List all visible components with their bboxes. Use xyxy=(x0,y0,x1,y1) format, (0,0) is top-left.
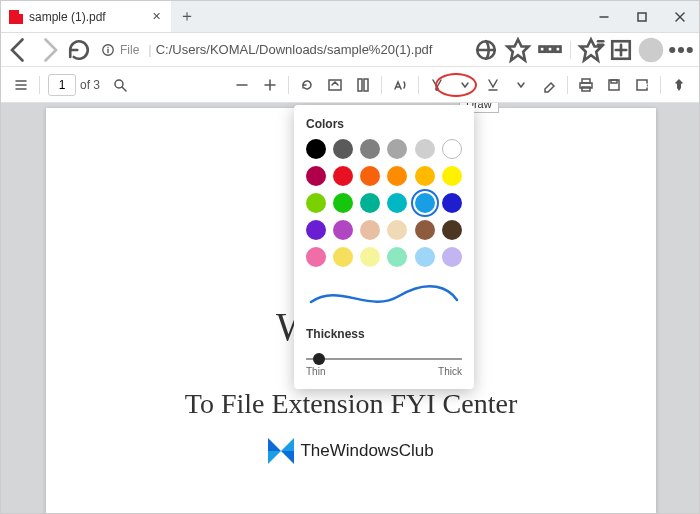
svg-line-27 xyxy=(122,87,126,91)
svg-rect-10 xyxy=(540,46,545,51)
page-number-input[interactable] xyxy=(48,74,76,96)
profile-button[interactable] xyxy=(637,36,665,64)
highlight-button[interactable] xyxy=(479,71,507,99)
overflow-button[interactable] xyxy=(536,36,564,64)
save-button[interactable] xyxy=(600,71,628,99)
svg-point-21 xyxy=(679,48,683,52)
color-swatch[interactable] xyxy=(306,247,326,267)
find-button[interactable] xyxy=(106,71,134,99)
svg-rect-12 xyxy=(555,46,560,51)
color-swatch[interactable] xyxy=(387,247,407,267)
new-tab-button[interactable]: ＋ xyxy=(171,1,203,32)
zoom-in-button[interactable] xyxy=(256,71,284,99)
watermark-logo-icon xyxy=(268,438,294,464)
pdf-toolbar: of 3 xyxy=(1,67,699,103)
color-swatch[interactable] xyxy=(442,220,462,240)
address-bar: File | C:/Users/KOMAL/Downloads/sample%2… xyxy=(1,33,699,67)
back-button[interactable] xyxy=(5,36,33,64)
stroke-preview xyxy=(306,279,462,319)
svg-rect-33 xyxy=(364,79,368,91)
color-swatch[interactable] xyxy=(360,193,380,213)
color-swatch[interactable] xyxy=(333,220,353,240)
svg-point-19 xyxy=(639,37,664,62)
svg-rect-11 xyxy=(547,46,552,51)
color-swatch[interactable] xyxy=(442,166,462,186)
tab-title: sample (1).pdf xyxy=(29,10,143,24)
color-swatch[interactable] xyxy=(360,139,380,159)
color-swatch[interactable] xyxy=(387,166,407,186)
title-bar: sample (1).pdf ✕ ＋ xyxy=(1,1,699,33)
highlight-menu-chevron[interactable] xyxy=(507,71,535,99)
color-swatch[interactable] xyxy=(387,220,407,240)
window-minimize-button[interactable] xyxy=(585,1,623,32)
menu-button[interactable] xyxy=(667,36,695,64)
draw-menu-chevron[interactable] xyxy=(451,71,479,99)
svg-rect-1 xyxy=(638,13,646,21)
color-swatch[interactable] xyxy=(387,139,407,159)
svg-rect-40 xyxy=(611,80,617,83)
print-button[interactable] xyxy=(572,71,600,99)
svg-point-34 xyxy=(436,87,438,89)
color-swatch[interactable] xyxy=(387,193,407,213)
color-swatch[interactable] xyxy=(306,166,326,186)
color-swatch[interactable] xyxy=(415,247,435,267)
color-swatch[interactable] xyxy=(415,139,435,159)
erase-button[interactable] xyxy=(535,71,563,99)
color-swatch[interactable] xyxy=(333,193,353,213)
color-swatch[interactable] xyxy=(442,139,462,159)
favorite-button[interactable] xyxy=(504,36,532,64)
draw-options-panel: Colors Thickness Thin Thick xyxy=(294,105,474,389)
tab-close-button[interactable]: ✕ xyxy=(149,10,163,24)
forward-button[interactable] xyxy=(35,36,63,64)
pin-toolbar-button[interactable] xyxy=(665,71,693,99)
color-swatch[interactable] xyxy=(306,220,326,240)
browser-window: sample (1).pdf ✕ ＋ File | C:/Users/KOMAL… xyxy=(0,0,700,514)
color-swatch[interactable] xyxy=(442,193,462,213)
thickness-slider[interactable] xyxy=(306,358,462,360)
page-subheading: To File Extension FYI Center xyxy=(46,388,656,420)
read-aloud-button[interactable] xyxy=(386,71,414,99)
colors-label: Colors xyxy=(306,117,462,131)
color-swatch[interactable] xyxy=(360,220,380,240)
watermark-row: TheWindowsClub xyxy=(46,438,656,464)
svg-rect-32 xyxy=(358,79,362,91)
window-close-button[interactable] xyxy=(661,1,699,32)
pdf-file-icon xyxy=(9,10,23,24)
slider-max-label: Thick xyxy=(438,366,462,377)
page-view-button[interactable] xyxy=(349,71,377,99)
fit-page-button[interactable] xyxy=(321,71,349,99)
color-swatch[interactable] xyxy=(442,247,462,267)
collections-button[interactable] xyxy=(607,36,635,64)
color-swatch[interactable] xyxy=(360,166,380,186)
contents-button[interactable] xyxy=(7,71,35,99)
svg-rect-38 xyxy=(582,87,590,91)
favorites-list-button[interactable] xyxy=(577,36,605,64)
draw-button[interactable] xyxy=(423,71,451,99)
url-box[interactable]: File | C:/Users/KOMAL/Downloads/sample%2… xyxy=(95,36,470,64)
window-maximize-button[interactable] xyxy=(623,1,661,32)
color-swatch[interactable] xyxy=(415,193,435,213)
browser-tab[interactable]: sample (1).pdf ✕ xyxy=(1,1,171,32)
save-as-button[interactable] xyxy=(628,71,656,99)
svg-point-20 xyxy=(671,48,675,52)
color-swatch[interactable] xyxy=(415,220,435,240)
url-scheme-label: File xyxy=(120,43,139,57)
zoom-out-button[interactable] xyxy=(228,71,256,99)
color-swatch[interactable] xyxy=(306,193,326,213)
pdf-viewport[interactable]: Welcome To File Extension FYI Center The… xyxy=(1,103,699,513)
color-grid xyxy=(306,139,462,267)
color-swatch[interactable] xyxy=(333,139,353,159)
svg-point-22 xyxy=(688,48,692,52)
color-swatch[interactable] xyxy=(306,139,326,159)
tracking-prevention-button[interactable] xyxy=(472,36,500,64)
info-icon xyxy=(101,43,115,57)
refresh-button[interactable] xyxy=(65,36,93,64)
color-swatch[interactable] xyxy=(333,247,353,267)
page-count-label: of 3 xyxy=(80,78,100,92)
color-swatch[interactable] xyxy=(415,166,435,186)
svg-marker-13 xyxy=(581,39,602,60)
color-swatch[interactable] xyxy=(333,166,353,186)
svg-marker-9 xyxy=(508,39,529,60)
rotate-button[interactable] xyxy=(293,71,321,99)
color-swatch[interactable] xyxy=(360,247,380,267)
